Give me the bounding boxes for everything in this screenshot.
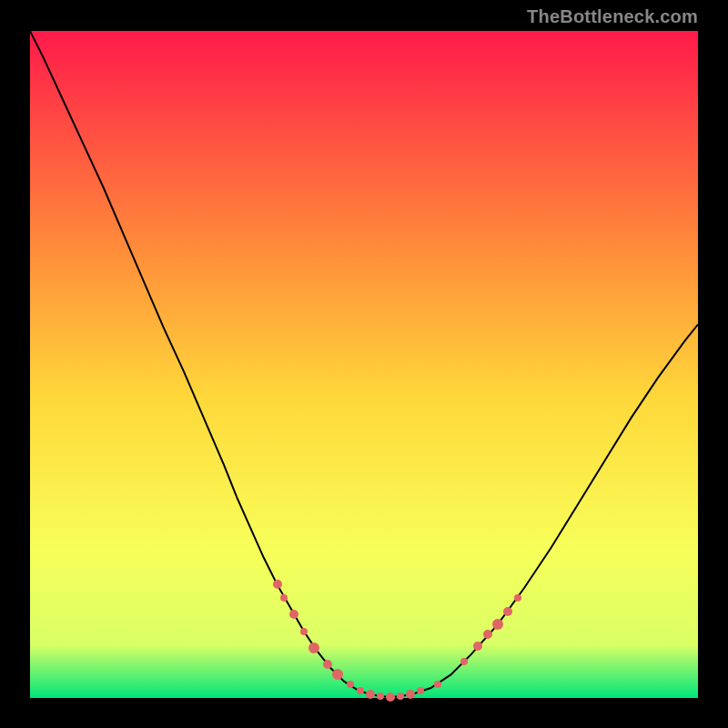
valley-marker (406, 690, 415, 699)
valley-marker (386, 693, 395, 702)
valley-marker (397, 693, 404, 700)
valley-marker (377, 693, 384, 700)
watermark-text: TheBottleneck.com (527, 6, 698, 27)
plot-area (30, 31, 698, 698)
valley-marker (323, 660, 332, 669)
valley-marker (460, 658, 468, 665)
valley-marker (417, 687, 424, 694)
valley-markers-layer (30, 31, 698, 698)
valley-marker (514, 594, 521, 602)
valley-marker (473, 642, 482, 651)
valley-marker (300, 628, 308, 635)
valley-marker (308, 642, 319, 653)
valley-marker (503, 607, 512, 616)
valley-marker (366, 690, 375, 699)
valley-marker (273, 580, 282, 589)
valley-marker (280, 594, 288, 602)
valley-marker (483, 630, 492, 639)
valley-marker (357, 687, 364, 694)
valley-marker (492, 619, 503, 630)
valley-marker (347, 681, 354, 688)
valley-marker (332, 669, 343, 680)
valley-marker (289, 610, 298, 619)
valley-marker (434, 681, 441, 688)
